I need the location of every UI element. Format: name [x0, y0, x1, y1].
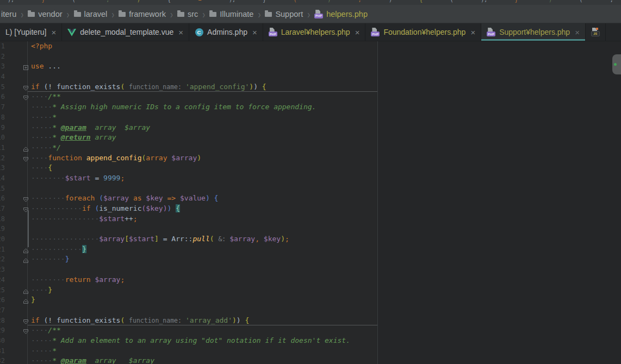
code-token: ·····	[31, 347, 52, 355]
editor-line[interactable]: 22········}	[0, 254, 621, 265]
php-file-icon: PHP	[269, 28, 277, 36]
breadcrumb-item[interactable]: iteru	[1, 10, 16, 18]
editor-tab[interactable]: CAdmins.php×	[189, 23, 263, 41]
editor-line[interactable]: 17············if (is_numeric($key)) {	[0, 204, 621, 214]
code-token: * Assign high numeric IDs to a config it…	[52, 103, 316, 111]
code-text: ················$array[$start] = Arr::pu…	[31, 234, 289, 244]
tab-close-icon[interactable]: ×	[178, 28, 183, 36]
code-text: ················$start++;	[31, 214, 138, 224]
breadcrumb-item[interactable]: Support	[265, 10, 303, 18]
fold-collapse-up-icon[interactable]	[23, 247, 29, 253]
editor-line[interactable]: 25····}	[0, 285, 621, 296]
tab-label: Laravel¥helpers.php	[281, 28, 350, 36]
editor-line[interactable]: 7·····* Assign high numeric IDs to a con…	[0, 102, 621, 112]
editor-tab[interactable]: delete_modal_template.vue×	[62, 23, 189, 41]
editor-line[interactable]: 14········$start = 9999;	[0, 173, 621, 184]
line-number: 12	[0, 153, 5, 164]
editor-tab[interactable]: L) [Yupiteru]×	[0, 23, 62, 41]
editor-tab[interactable]: JS	[586, 23, 606, 41]
editor-line[interactable]: 30·····* Add an element to an array usin…	[0, 336, 621, 346]
tab-close-icon[interactable]: ×	[575, 28, 580, 36]
fold-collapse-down-icon[interactable]	[23, 84, 29, 90]
code-token: ········	[31, 275, 65, 284]
editor-line[interactable]: 10·····* @return array	[0, 133, 621, 143]
code-editor[interactable]: 1<?php23use ...45if (! function_exists( …	[0, 41, 621, 364]
editor-line[interactable]: 13····{	[0, 163, 621, 173]
editor-line[interactable]: 12····function append_config(array $arra…	[0, 153, 621, 164]
editor-line[interactable]: 5if (! function_exists( function_name: '…	[0, 82, 621, 92]
fold-collapse-up-icon[interactable]	[23, 256, 29, 262]
editor-line[interactable]: 9·····* @param array $array	[0, 123, 621, 133]
code-text: ·····* @param array $array	[31, 356, 154, 364]
line-number: 13	[0, 163, 5, 173]
ide-window: );}(';){=);}(');){();}')(; iteru›vendor›…	[0, 0, 621, 364]
editor-line[interactable]: 26}	[0, 295, 621, 305]
editor-line[interactable]: 8·····*	[0, 112, 621, 123]
fold-collapse-up-icon[interactable]	[23, 297, 29, 303]
class-icon-letter: C	[195, 28, 203, 36]
breadcrumb-label: Support	[275, 10, 303, 18]
fold-collapse-down-icon[interactable]	[23, 328, 29, 334]
code-token: ········	[31, 194, 65, 202]
editor-line[interactable]: 4	[0, 72, 621, 82]
code-token: [	[125, 235, 129, 243]
editor-line[interactable]: 19	[0, 224, 621, 234]
editor-line[interactable]: 23	[0, 265, 621, 275]
breadcrumb-item[interactable]: src	[177, 10, 198, 18]
editor-line[interactable]: 1<?php	[0, 41, 621, 52]
breadcrumb-item[interactable]: Illuminate	[209, 10, 253, 18]
tab-close-icon[interactable]: ×	[252, 28, 257, 36]
folder-icon	[28, 12, 35, 17]
editor-tab[interactable]: PHPFoundation¥helpers.php×	[365, 23, 481, 41]
fold-collapse-up-icon[interactable]	[23, 145, 29, 151]
editor-line[interactable]: 18················$start++;	[0, 214, 621, 224]
line-number: 31	[0, 346, 5, 356]
breadcrumb-item[interactable]: framework	[119, 10, 166, 18]
editor-line[interactable]: 31·····*	[0, 346, 621, 356]
line-number: 21	[0, 244, 5, 255]
tab-close-icon[interactable]: ×	[52, 28, 57, 36]
code-token: *	[52, 347, 57, 355]
file-type-badge: PHP	[371, 32, 380, 36]
code-text: ·····*	[31, 112, 57, 123]
editor-line[interactable]: 28if (! function_exists( function_name: …	[0, 316, 621, 326]
fold-collapse-down-icon[interactable]	[23, 155, 29, 161]
code-token: )	[253, 83, 262, 91]
cut-off-glyph: {	[167, 0, 171, 5]
line-number: 3	[0, 61, 5, 72]
editor-line[interactable]: 6····/**	[0, 92, 621, 102]
fold-expand-icon[interactable]	[23, 64, 29, 70]
code-token: $key	[146, 194, 163, 202]
chevron-right-icon: ›	[67, 8, 70, 20]
editor-line[interactable]: 21············}	[0, 244, 621, 255]
editor-line[interactable]: 20················$array[$start] = Arr::…	[0, 234, 621, 244]
folder-icon	[177, 12, 184, 17]
breadcrumb-item[interactable]: PHPhelpers.php	[314, 10, 368, 18]
editor-line[interactable]: 11·····*/	[0, 143, 621, 153]
editor-tab[interactable]: PHPSupport¥helpers.php×	[481, 23, 586, 41]
fold-collapse-down-icon[interactable]	[23, 94, 29, 100]
editor-line[interactable]: 27	[0, 305, 621, 316]
fold-collapse-down-icon[interactable]	[23, 196, 29, 202]
tab-close-icon[interactable]: ×	[355, 28, 360, 36]
tab-close-icon[interactable]: ×	[470, 28, 475, 36]
breadcrumb-item[interactable]: vendor	[28, 10, 62, 18]
editor-line[interactable]: 15	[0, 184, 621, 194]
breadcrumb-item[interactable]: laravel	[74, 10, 108, 18]
code-text: ············if (is_numeric($key)) {	[31, 204, 180, 214]
editor-line[interactable]: 29····/**	[0, 325, 621, 336]
editor-tab[interactable]: PHPLaravel¥helpers.php×	[263, 23, 366, 41]
editor-line[interactable]: 24········return $array;	[0, 275, 621, 285]
folder-icon	[209, 12, 216, 17]
inspections-widget[interactable]	[612, 54, 621, 74]
line-number: 8	[0, 112, 5, 123]
fold-collapse-up-icon[interactable]	[23, 287, 29, 293]
editor-line[interactable]: 3use ...	[0, 61, 621, 72]
line-number: 11	[0, 143, 5, 153]
php-file-icon: PHP	[487, 28, 495, 36]
editor-line[interactable]: 2	[0, 52, 621, 62]
code-text: ········foreach ($array as $key => $valu…	[31, 193, 218, 204]
editor-line[interactable]: 32·····* @param array $array	[0, 356, 621, 364]
editor-line[interactable]: 16········foreach ($array as $key => $va…	[0, 193, 621, 204]
fold-collapse-down-icon[interactable]	[23, 318, 29, 324]
